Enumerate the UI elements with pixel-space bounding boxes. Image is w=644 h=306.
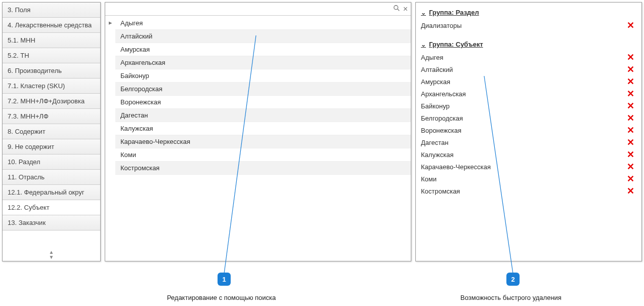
delete-icon[interactable]: ✕ bbox=[625, 186, 636, 196]
delete-icon[interactable]: ✕ bbox=[625, 174, 636, 183]
selected-item-label: Коми bbox=[421, 175, 437, 183]
selected-item-label: Архангельская bbox=[421, 90, 466, 98]
svg-line-1 bbox=[397, 9, 399, 11]
selected-item: Калужская✕ bbox=[421, 148, 636, 161]
svg-point-0 bbox=[394, 6, 398, 10]
region-list-item[interactable]: Алтайский bbox=[115, 30, 411, 43]
sidebar-item[interactable]: 5.1. МНН bbox=[3, 33, 100, 48]
selected-item-label: Калужская bbox=[421, 151, 453, 159]
region-list-item[interactable]: Белгородская bbox=[115, 83, 411, 96]
delete-icon[interactable]: ✕ bbox=[625, 21, 636, 30]
delete-icon[interactable]: ✕ bbox=[625, 65, 636, 74]
sidebar-item[interactable]: 12.1. Федеральный округ bbox=[3, 185, 100, 200]
group-header[interactable]: ⌄Группа: Субъект bbox=[421, 39, 636, 51]
selected-item-label: Диализаторы bbox=[421, 22, 462, 29]
group-title: Группа: Субъект bbox=[429, 41, 483, 48]
selected-item-label: Байконур bbox=[421, 102, 450, 110]
sidebar-item[interactable]: 10. Раздел bbox=[3, 155, 100, 170]
sidebar-item[interactable]: 12.2. Субъект bbox=[3, 200, 100, 215]
delete-icon[interactable]: ✕ bbox=[625, 101, 636, 110]
selected-item-label: Костромская bbox=[421, 187, 460, 195]
delete-icon[interactable]: ✕ bbox=[625, 162, 636, 171]
delete-icon[interactable]: ✕ bbox=[625, 53, 636, 62]
region-list: АдыгеяАлтайскийАмурскаяАрхангельскаяБайк… bbox=[115, 16, 411, 261]
selected-item-label: Воронежская bbox=[421, 127, 461, 134]
chevron-down-icon: ⌄ bbox=[421, 41, 426, 48]
sidebar-item[interactable]: 9. Не содержит bbox=[3, 139, 100, 155]
sidebar-item[interactable]: 13. Заказчик bbox=[3, 215, 100, 231]
sidebar-item[interactable]: 8. Содержит bbox=[3, 124, 100, 139]
selected-item: Карачаево-Черкесская✕ bbox=[421, 161, 636, 173]
region-list-item[interactable]: Байконур bbox=[115, 69, 411, 83]
region-list-item[interactable]: Амурская bbox=[115, 43, 411, 56]
group-header[interactable]: ⌄Группа: Раздел bbox=[421, 7, 636, 19]
region-list-item[interactable]: Карачаево-Черкесская bbox=[115, 135, 411, 148]
selected-item: Алтайский✕ bbox=[421, 63, 636, 75]
selected-item: Амурская✕ bbox=[421, 75, 636, 88]
region-list-item[interactable]: Костромская bbox=[115, 162, 411, 175]
search-icon[interactable] bbox=[393, 5, 400, 13]
sidebar-item[interactable]: 6. Производитель bbox=[3, 63, 100, 79]
expand-toggle-icon[interactable]: ▸ bbox=[105, 16, 115, 261]
delete-icon[interactable]: ✕ bbox=[625, 77, 636, 86]
sidebar-item[interactable]: 11. Отрасль bbox=[3, 170, 100, 185]
region-list-item[interactable]: Коми bbox=[115, 148, 411, 162]
sidebar-item[interactable]: 7.3. МНН+ЛФ bbox=[3, 109, 100, 124]
sidebar-item[interactable]: 7.1. Кластер (SKU) bbox=[3, 79, 100, 94]
region-list-item[interactable]: Воронежская bbox=[115, 96, 411, 109]
region-list-item[interactable]: Дагестан bbox=[115, 109, 411, 122]
scroll-down-icon[interactable]: ▼ bbox=[3, 255, 100, 260]
selected-item-label: Карачаево-Черкесская bbox=[421, 163, 491, 171]
sidebar-spinner: ▲ ▼ bbox=[3, 249, 100, 261]
selected-item: Адыгея✕ bbox=[421, 51, 636, 63]
sidebar-item[interactable]: 3. Поля bbox=[3, 3, 100, 18]
selected-item-label: Дагестан bbox=[421, 139, 448, 146]
selected-item: Байконур✕ bbox=[421, 100, 636, 112]
selected-item: Воронежская✕ bbox=[421, 124, 636, 136]
selected-item: Дагестан✕ bbox=[421, 136, 636, 148]
delete-icon[interactable]: ✕ bbox=[625, 89, 636, 98]
selected-item: Белгородская✕ bbox=[421, 112, 636, 124]
selected-item-label: Амурская bbox=[421, 78, 450, 86]
region-list-item[interactable]: Калужская bbox=[115, 122, 411, 135]
sidebar-item[interactable]: 7.2. МНН+ЛФ+Дозировка bbox=[3, 94, 100, 109]
selected-item: Диализаторы✕ bbox=[421, 19, 636, 31]
selection-panel: ⌄Группа: РазделДиализаторы✕⌄Группа: Субъ… bbox=[415, 2, 642, 261]
chevron-down-icon: ⌄ bbox=[421, 9, 426, 16]
selected-item: Коми✕ bbox=[421, 173, 636, 185]
delete-icon[interactable]: ✕ bbox=[625, 138, 636, 147]
search-bar: × bbox=[105, 3, 411, 16]
region-list-item[interactable]: Архангельская bbox=[115, 56, 411, 69]
delete-icon[interactable]: ✕ bbox=[625, 113, 636, 123]
delete-icon[interactable]: ✕ bbox=[625, 150, 636, 159]
sidebar-item[interactable]: 5.2. ТН bbox=[3, 48, 100, 63]
selected-item-label: Белгородская bbox=[421, 114, 463, 122]
selected-item-label: Адыгея bbox=[421, 54, 443, 61]
selected-item: Костромская✕ bbox=[421, 185, 636, 197]
sidebar-item[interactable]: 4. Лекарственные средства bbox=[3, 18, 100, 33]
search-results-panel: × ▸ АдыгеяАлтайскийАмурскаяАрхангельская… bbox=[105, 2, 411, 261]
selected-item-label: Алтайский bbox=[421, 66, 453, 73]
delete-icon[interactable]: ✕ bbox=[625, 126, 636, 135]
selected-item: Архангельская✕ bbox=[421, 88, 636, 100]
filter-category-list: 3. Поля4. Лекарственные средства5.1. МНН… bbox=[3, 3, 100, 249]
filter-category-sidebar: 3. Поля4. Лекарственные средства5.1. МНН… bbox=[2, 2, 101, 261]
group-title: Группа: Раздел bbox=[429, 9, 479, 16]
clear-search-icon[interactable]: × bbox=[403, 5, 408, 14]
region-list-item[interactable]: Адыгея bbox=[115, 17, 411, 30]
